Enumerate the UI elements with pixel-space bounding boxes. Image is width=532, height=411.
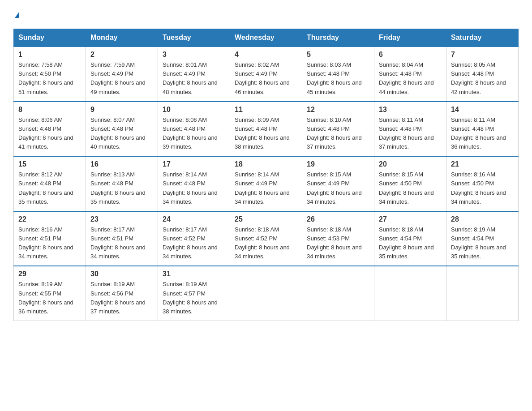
sunset-label: Sunset: 4:48 PM — [18, 180, 61, 187]
day-info: Sunrise: 8:15 AM Sunset: 4:50 PM Dayligh… — [379, 170, 442, 206]
sunset-label: Sunset: 4:48 PM — [451, 70, 494, 77]
calendar-week-row: 8 Sunrise: 8:06 AM Sunset: 4:48 PM Dayli… — [14, 102, 519, 157]
day-info: Sunrise: 8:17 AM Sunset: 4:52 PM Dayligh… — [163, 225, 225, 261]
sunrise-label: Sunrise: 8:19 AM — [18, 281, 63, 287]
day-info: Sunrise: 7:58 AM Sunset: 4:50 PM Dayligh… — [18, 60, 81, 97]
day-number: 25 — [235, 215, 297, 223]
calendar-cell: 7 Sunrise: 8:05 AM Sunset: 4:48 PM Dayli… — [446, 47, 519, 102]
day-number: 23 — [90, 215, 153, 223]
sunrise-label: Sunrise: 8:15 AM — [307, 171, 351, 178]
calendar-cell: 4 Sunrise: 8:02 AM Sunset: 4:49 PM Dayli… — [230, 47, 302, 102]
daylight-label: Daylight: 8 hours and 38 minutes. — [235, 134, 290, 150]
day-info: Sunrise: 8:02 AM Sunset: 4:49 PM Dayligh… — [235, 60, 297, 97]
daylight-label: Daylight: 8 hours and 35 minutes. — [379, 244, 434, 260]
calendar-cell: 31 Sunrise: 8:19 AM Sunset: 4:57 PM Dayl… — [158, 266, 230, 321]
calendar-cell: 20 Sunrise: 8:15 AM Sunset: 4:50 PM Dayl… — [374, 156, 446, 211]
day-info: Sunrise: 8:18 AM Sunset: 4:53 PM Dayligh… — [307, 225, 369, 261]
day-number: 18 — [235, 160, 297, 168]
calendar-cell: 12 Sunrise: 8:10 AM Sunset: 4:48 PM Dayl… — [302, 102, 374, 157]
day-number: 24 — [163, 215, 225, 223]
sunset-label: Sunset: 4:48 PM — [163, 125, 206, 132]
daylight-label: Daylight: 8 hours and 37 minutes. — [379, 134, 434, 150]
day-of-week-header: Monday — [86, 29, 158, 47]
day-number: 6 — [379, 51, 442, 59]
day-number: 19 — [307, 160, 369, 168]
sunrise-label: Sunrise: 8:18 AM — [379, 226, 423, 233]
calendar-cell: 3 Sunrise: 8:01 AM Sunset: 4:49 PM Dayli… — [158, 47, 230, 102]
calendar-cell: 24 Sunrise: 8:17 AM Sunset: 4:52 PM Dayl… — [158, 211, 230, 266]
day-number: 8 — [18, 106, 81, 114]
calendar-cell: 18 Sunrise: 8:14 AM Sunset: 4:49 PM Dayl… — [230, 156, 302, 211]
calendar-cell: 23 Sunrise: 8:17 AM Sunset: 4:51 PM Dayl… — [86, 211, 158, 266]
day-info: Sunrise: 8:19 AM Sunset: 4:56 PM Dayligh… — [90, 280, 153, 316]
calendar-cell — [302, 266, 374, 321]
sunrise-label: Sunrise: 8:19 AM — [163, 281, 207, 287]
daylight-label: Daylight: 8 hours and 49 minutes. — [90, 79, 146, 95]
calendar-cell: 30 Sunrise: 8:19 AM Sunset: 4:56 PM Dayl… — [86, 266, 158, 321]
sunrise-label: Sunrise: 8:16 AM — [18, 226, 63, 233]
day-info: Sunrise: 8:09 AM Sunset: 4:48 PM Dayligh… — [235, 116, 297, 152]
daylight-label: Daylight: 8 hours and 38 minutes. — [163, 299, 218, 315]
daylight-label: Daylight: 8 hours and 34 minutes. — [163, 189, 218, 205]
day-info: Sunrise: 8:11 AM Sunset: 4:48 PM Dayligh… — [451, 116, 514, 152]
sunrise-label: Sunrise: 8:04 AM — [379, 61, 423, 68]
day-of-week-header: Saturday — [446, 29, 519, 47]
calendar-cell: 14 Sunrise: 8:11 AM Sunset: 4:48 PM Dayl… — [446, 102, 519, 157]
day-number: 16 — [90, 160, 153, 168]
daylight-label: Daylight: 8 hours and 51 minutes. — [18, 79, 73, 95]
sunset-label: Sunset: 4:48 PM — [379, 125, 422, 132]
sunset-label: Sunset: 4:54 PM — [451, 235, 494, 242]
day-number: 21 — [451, 160, 514, 168]
day-info: Sunrise: 8:07 AM Sunset: 4:48 PM Dayligh… — [90, 116, 153, 152]
sunrise-label: Sunrise: 8:19 AM — [90, 281, 135, 287]
page-header — [13, 9, 519, 20]
sunrise-label: Sunrise: 8:01 AM — [163, 61, 207, 68]
sunset-label: Sunset: 4:51 PM — [90, 235, 133, 242]
daylight-label: Daylight: 8 hours and 34 minutes. — [307, 244, 362, 260]
day-info: Sunrise: 8:18 AM Sunset: 4:52 PM Dayligh… — [235, 225, 297, 261]
sunset-label: Sunset: 4:48 PM — [90, 180, 133, 187]
sunset-label: Sunset: 4:52 PM — [235, 235, 278, 242]
day-info: Sunrise: 8:11 AM Sunset: 4:48 PM Dayligh… — [379, 116, 442, 152]
sunset-label: Sunset: 4:49 PM — [90, 70, 133, 77]
calendar-cell — [374, 266, 446, 321]
day-info: Sunrise: 8:16 AM Sunset: 4:51 PM Dayligh… — [18, 225, 81, 261]
day-number: 31 — [163, 270, 225, 278]
sunrise-label: Sunrise: 8:07 AM — [90, 116, 135, 123]
sunrise-label: Sunrise: 7:59 AM — [90, 61, 135, 68]
day-number: 17 — [163, 160, 225, 168]
daylight-label: Daylight: 8 hours and 34 minutes. — [235, 189, 290, 205]
calendar-cell: 21 Sunrise: 8:16 AM Sunset: 4:50 PM Dayl… — [446, 156, 519, 211]
calendar-cell: 2 Sunrise: 7:59 AM Sunset: 4:49 PM Dayli… — [86, 47, 158, 102]
day-info: Sunrise: 8:15 AM Sunset: 4:49 PM Dayligh… — [307, 170, 369, 206]
calendar-cell: 22 Sunrise: 8:16 AM Sunset: 4:51 PM Dayl… — [14, 211, 86, 266]
sunset-label: Sunset: 4:49 PM — [235, 70, 278, 77]
calendar-cell: 11 Sunrise: 8:09 AM Sunset: 4:48 PM Dayl… — [230, 102, 302, 157]
sunrise-label: Sunrise: 8:17 AM — [163, 226, 207, 233]
day-number: 1 — [18, 51, 81, 59]
sunrise-label: Sunrise: 8:08 AM — [163, 116, 207, 123]
day-number: 5 — [307, 51, 369, 59]
calendar-cell: 10 Sunrise: 8:08 AM Sunset: 4:48 PM Dayl… — [158, 102, 230, 157]
day-of-week-header: Thursday — [302, 29, 374, 47]
calendar-week-row: 1 Sunrise: 7:58 AM Sunset: 4:50 PM Dayli… — [14, 47, 519, 102]
sunrise-label: Sunrise: 8:13 AM — [90, 171, 135, 178]
day-number: 3 — [163, 51, 225, 59]
sunset-label: Sunset: 4:49 PM — [163, 70, 206, 77]
sunrise-label: Sunrise: 8:19 AM — [451, 226, 495, 233]
daylight-label: Daylight: 8 hours and 36 minutes. — [18, 299, 73, 315]
day-info: Sunrise: 8:12 AM Sunset: 4:48 PM Dayligh… — [18, 170, 81, 206]
day-number: 12 — [307, 106, 369, 114]
day-info: Sunrise: 8:16 AM Sunset: 4:50 PM Dayligh… — [451, 170, 514, 206]
calendar-cell: 9 Sunrise: 8:07 AM Sunset: 4:48 PM Dayli… — [86, 102, 158, 157]
calendar-cell: 5 Sunrise: 8:03 AM Sunset: 4:48 PM Dayli… — [302, 47, 374, 102]
daylight-label: Daylight: 8 hours and 37 minutes. — [307, 134, 362, 150]
sunset-label: Sunset: 4:51 PM — [18, 235, 61, 242]
calendar-cell — [446, 266, 519, 321]
daylight-label: Daylight: 8 hours and 48 minutes. — [163, 79, 218, 95]
calendar-cell: 26 Sunrise: 8:18 AM Sunset: 4:53 PM Dayl… — [302, 211, 374, 266]
sunrise-label: Sunrise: 8:11 AM — [451, 116, 495, 123]
daylight-label: Daylight: 8 hours and 34 minutes. — [379, 189, 434, 205]
sunrise-label: Sunrise: 8:16 AM — [451, 171, 495, 178]
sunrise-label: Sunrise: 8:18 AM — [307, 226, 351, 233]
